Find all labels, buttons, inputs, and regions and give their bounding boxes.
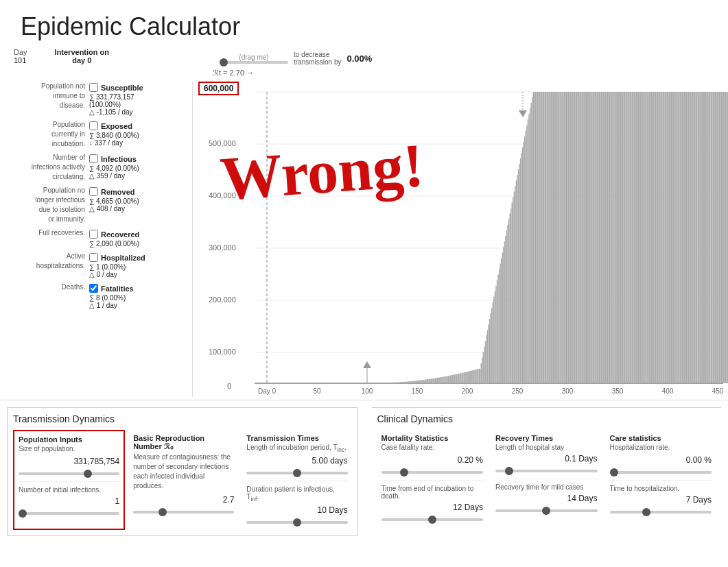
removed-checkbox[interactable] [89,187,98,196]
svg-marker-476 [363,361,371,368]
hospital-stay-desc: Length of hospital stay [495,444,598,451]
svg-rect-56 [311,383,312,383]
svg-rect-189 [452,375,453,383]
svg-rect-129 [388,383,389,383]
svg-rect-249 [516,180,517,383]
svg-rect-363 [637,92,637,383]
svg-rect-223 [488,324,489,383]
susceptible-checkbox[interactable] [89,83,98,92]
care-block: Care statistics Hospitalization rate. 0.… [606,430,716,527]
svg-rect-262 [530,108,530,383]
svg-rect-437 [716,92,716,383]
fatalities-checkbox[interactable] [89,284,98,293]
svg-rect-103 [360,383,361,383]
svg-rect-194 [457,374,458,383]
incubation-to-death-slider[interactable] [381,518,484,521]
svg-rect-294 [563,92,564,383]
svg-text:200,000: 200,000 [209,295,236,304]
svg-rect-161 [422,380,423,383]
removed-label: Removed [101,188,135,196]
transmission-times-block: Transmission Times Length of incubation … [242,430,351,530]
mild-recovery-slider[interactable] [495,509,598,512]
svg-rect-285 [554,92,555,383]
svg-rect-351 [624,92,625,383]
svg-rect-361 [635,92,635,383]
svg-text:200: 200 [462,387,473,395]
svg-rect-378 [653,92,654,383]
r0-slider[interactable] [133,511,234,514]
svg-rect-404 [681,92,681,383]
svg-rect-25 [278,383,279,383]
svg-rect-325 [597,92,598,383]
svg-rect-217 [482,358,482,383]
infectious-label: Infectious [101,155,137,163]
svg-rect-150 [410,381,411,383]
svg-rect-406 [683,92,683,383]
initial-infections-slider[interactable] [19,512,119,515]
svg-rect-76 [332,383,333,383]
svg-rect-301 [571,92,572,383]
svg-rect-135 [395,383,395,383]
incubation-slider[interactable] [246,472,347,474]
svg-text:300,000: 300,000 [209,243,236,252]
svg-rect-421 [698,92,699,383]
hospitalization-rate-value: 0.00 % [610,455,712,465]
svg-rect-253 [520,158,521,383]
svg-rect-323 [594,92,595,383]
svg-rect-282 [551,92,552,383]
svg-rect-395 [671,92,672,383]
svg-rect-238 [504,241,505,383]
infectious-duration-slider[interactable] [246,521,347,524]
svg-rect-344 [617,92,618,383]
svg-rect-123 [381,383,382,383]
infectious-checkbox[interactable] [89,154,98,163]
exposed-checkbox[interactable] [89,121,98,130]
svg-rect-152 [412,381,413,383]
svg-rect-62 [317,383,318,383]
svg-rect-214 [478,369,479,383]
svg-rect-204 [468,372,469,383]
population-title: Population Inputs [19,435,119,444]
svg-rect-134 [393,383,394,383]
svg-rect-210 [474,370,475,383]
svg-rect-393 [669,92,670,383]
svg-rect-209 [473,370,474,383]
recovered-checkbox[interactable] [89,230,98,239]
svg-rect-149 [410,381,410,383]
svg-rect-373 [648,92,648,383]
decrease-label: to decreasetransmission by [294,51,341,66]
svg-rect-336 [609,92,609,383]
svg-rect-168 [430,379,430,383]
svg-rect-256 [524,142,524,383]
initial-infections-value: 1 [19,496,119,506]
svg-rect-375 [650,92,650,383]
time-to-hosp-slider[interactable] [610,511,712,514]
day-value: 101 [14,56,27,64]
svg-rect-410 [687,92,688,383]
hospitalization-rate-slider[interactable] [610,471,712,474]
svg-rect-318 [589,92,590,383]
population-slider[interactable] [19,472,119,475]
svg-rect-87 [344,383,344,383]
svg-rect-389 [665,92,666,383]
mortality-slider[interactable] [381,471,484,474]
svg-rect-41 [294,383,295,383]
svg-text:Day 0: Day 0 [258,387,277,395]
svg-rect-415 [692,92,693,383]
svg-rect-308 [578,92,579,383]
svg-rect-398 [674,92,675,383]
svg-rect-141 [401,382,401,383]
svg-rect-347 [620,92,621,383]
svg-rect-77 [333,383,333,383]
intervention-slider[interactable] [220,61,288,64]
svg-rect-226 [491,308,492,383]
exposed-stat2: ↓ 337 / day [89,139,139,147]
svg-rect-231 [497,280,497,383]
svg-rect-252 [519,164,519,383]
svg-rect-88 [344,383,345,383]
svg-rect-240 [506,230,507,383]
svg-rect-356 [630,92,631,383]
hospitalized-checkbox[interactable] [89,253,98,262]
svg-rect-354 [627,92,628,383]
hospital-stay-slider[interactable] [495,470,598,472]
